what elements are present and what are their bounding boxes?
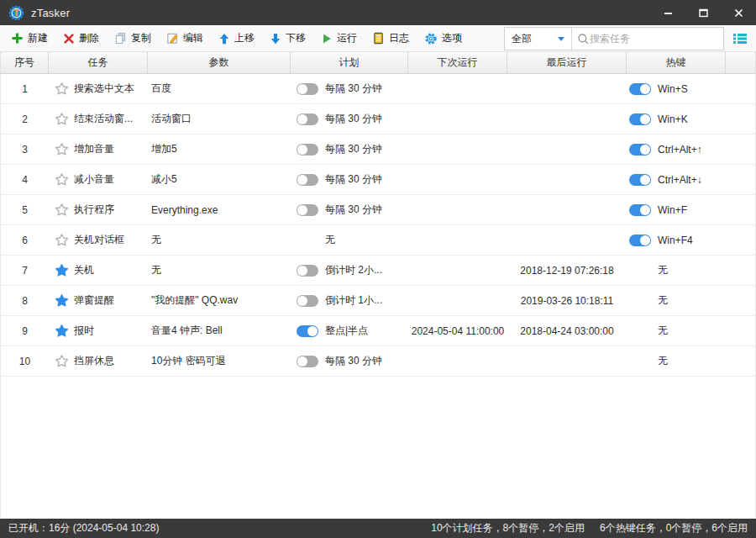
last-run-value: 2018-12-19 07:26:18 — [507, 256, 627, 285]
table-row[interactable]: 7 关机 无 倒计时 2小... 2018-12-19 07:26:18 无 — [1, 256, 755, 286]
schedule-toggle[interactable] — [297, 113, 318, 125]
run-button[interactable]: 运行 — [313, 28, 365, 50]
hotkey-toggle[interactable] — [629, 235, 651, 246]
delete-button[interactable]: 删除 — [55, 28, 107, 50]
header-next-run[interactable]: 下次运行 — [408, 52, 507, 73]
row-number: 8 — [1, 286, 49, 315]
header-hotkey[interactable]: 热键 — [627, 52, 726, 73]
close-button[interactable] — [721, 0, 756, 25]
edit-pencil-icon — [166, 32, 179, 45]
log-button[interactable]: 日志 — [365, 28, 417, 50]
arrow-down-icon — [270, 33, 281, 45]
task-name: 挡屏休息 — [74, 354, 114, 368]
schedule-label: 每隔 30 分钟 — [325, 142, 382, 156]
last-run-value — [507, 74, 627, 103]
schedule-toggle[interactable] — [297, 83, 318, 95]
task-cell: 搜索选中文本 — [49, 74, 148, 103]
schedule-label: 倒计时 1小... — [325, 293, 382, 308]
last-run-value — [507, 104, 627, 134]
table-row[interactable]: 2 结束活动窗... 活动窗口 每隔 30 分钟 Win+K — [1, 104, 755, 134]
hotkey-toggle[interactable] — [629, 174, 651, 186]
plus-icon — [11, 32, 24, 45]
favorite-star-icon[interactable] — [55, 354, 69, 368]
hotkey-label: Win+F — [658, 204, 687, 216]
search-input[interactable] — [590, 33, 718, 45]
table-row[interactable]: 5 执行程序 Everything.exe 每隔 30 分钟 Win+F — [1, 195, 755, 225]
next-run-value — [408, 74, 507, 103]
table-row[interactable]: 10 挡屏休息 10分钟 密码可退 每隔 30 分钟 无 — [1, 346, 755, 377]
schedule-toggle[interactable] — [297, 265, 318, 277]
favorite-star-icon[interactable] — [55, 293, 69, 308]
row-spacer — [726, 74, 755, 103]
maximize-button[interactable] — [685, 0, 721, 25]
table-row[interactable]: 4 减小音量 减小5 每隔 30 分钟 Ctrl+Alt+↓ — [1, 165, 755, 195]
header-last-run[interactable]: 最后运行 — [507, 52, 627, 73]
move-down-button[interactable]: 下移 — [262, 28, 313, 50]
favorite-star-icon[interactable] — [55, 112, 69, 126]
run-label: 运行 — [337, 31, 357, 45]
hotkey-cell: 无 — [627, 256, 726, 285]
table-body: 1 搜索选中文本 百度 每隔 30 分钟 Win+S 2 结束活动窗... 活动… — [0, 74, 756, 519]
toolbar: 新建 删除 复制 编辑 上移 下移 运行 日志 — [0, 25, 756, 52]
row-spacer — [726, 195, 755, 224]
schedule-toggle[interactable] — [297, 295, 318, 307]
list-view-button[interactable] — [729, 29, 751, 49]
filter-value: 全部 — [512, 32, 532, 46]
edit-button[interactable]: 编辑 — [159, 28, 211, 50]
header-task[interactable]: 任务 — [49, 52, 148, 73]
move-up-button[interactable]: 上移 — [211, 28, 262, 50]
row-number: 9 — [1, 316, 49, 345]
header-num[interactable]: 序号 — [1, 52, 49, 73]
hotkey-toggle[interactable] — [629, 83, 651, 95]
copy-button[interactable]: 复制 — [107, 28, 159, 50]
hotkey-cell: 无 — [627, 316, 726, 345]
favorite-star-icon[interactable] — [55, 172, 69, 187]
hotkey-label: Win+S — [658, 83, 688, 95]
header-schedule[interactable]: 计划 — [291, 52, 408, 73]
hotkey-cell: Ctrl+Alt+↓ — [627, 165, 726, 194]
table-row[interactable]: 1 搜索选中文本 百度 每隔 30 分钟 Win+S — [1, 74, 755, 104]
schedule-label: 每隔 30 分钟 — [325, 354, 382, 368]
hotkey-cell: 无 — [627, 346, 726, 376]
minimize-button[interactable] — [650, 0, 685, 25]
table-row[interactable]: 6 关机对话框 无 无 Win+F4 — [1, 225, 755, 256]
hotkey-label: Ctrl+Alt+↓ — [658, 174, 702, 186]
delete-x-icon — [63, 33, 75, 45]
hotkey-toggle[interactable] — [629, 113, 651, 125]
table-row[interactable]: 8 弹窗提醒 "我的提醒" QQ.wav 倒计时 1小... 2019-03-2… — [1, 286, 755, 316]
hotkey-cell: Win+S — [627, 74, 726, 103]
table-row[interactable]: 3 增加音量 增加5 每隔 30 分钟 Ctrl+Alt+↑ — [1, 134, 755, 165]
header-params[interactable]: 参数 — [148, 52, 291, 73]
row-spacer — [726, 286, 755, 315]
task-params: "我的提醒" QQ.wav — [148, 286, 291, 315]
schedule-toggle[interactable] — [297, 174, 318, 186]
edit-label: 编辑 — [183, 31, 203, 45]
favorite-star-icon[interactable] — [55, 324, 69, 338]
hotkey-toggle[interactable] — [629, 204, 651, 216]
hotkey-cell: Win+F — [627, 195, 726, 224]
options-button[interactable]: 选项 — [417, 28, 470, 50]
hotkey-cell: 无 — [627, 286, 726, 315]
favorite-star-icon[interactable] — [55, 82, 69, 96]
app-logo-icon: T — [8, 5, 24, 21]
task-params: 无 — [148, 225, 291, 255]
favorite-star-icon[interactable] — [55, 263, 69, 277]
new-button[interactable]: 新建 — [3, 28, 55, 50]
hotkey-label: 无 — [658, 324, 668, 338]
row-number: 10 — [1, 346, 49, 376]
schedule-toggle[interactable] — [297, 204, 318, 216]
next-run-value — [408, 346, 507, 376]
filter-dropdown[interactable]: 全部 — [505, 28, 572, 50]
row-spacer — [726, 104, 755, 134]
favorite-star-icon[interactable] — [55, 142, 69, 156]
hotkey-toggle[interactable] — [629, 144, 651, 156]
table-header: 序号 任务 参数 计划 下次运行 最后运行 热键 — [0, 52, 756, 74]
task-params: 减小5 — [148, 165, 291, 194]
schedule-toggle[interactable] — [297, 144, 318, 156]
schedule-toggle[interactable] — [297, 356, 318, 367]
schedule-cell: 倒计时 2小... — [291, 256, 408, 285]
schedule-toggle[interactable] — [297, 325, 318, 337]
table-row[interactable]: 9 报时 音量4 钟声: Bell 整点|半点 2024-05-04 11:00… — [1, 316, 755, 346]
favorite-star-icon[interactable] — [55, 233, 69, 247]
favorite-star-icon[interactable] — [55, 203, 69, 217]
